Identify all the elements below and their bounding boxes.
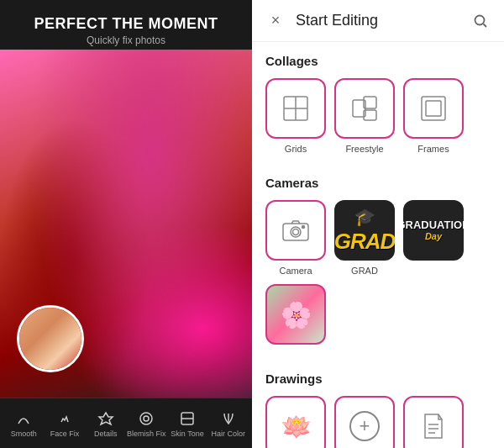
- collages-section: Collages Grids: [252, 42, 504, 164]
- left-panel: PERFECT THE MOMENT Quickly fix photos Sm…: [0, 0, 252, 448]
- tool-details-label: Details: [94, 430, 118, 438]
- freestyle-card[interactable]: Freestyle: [334, 78, 395, 154]
- freestyle-box: [334, 78, 395, 139]
- collages-row: Grids Freestyle: [265, 78, 491, 154]
- svg-point-19: [302, 226, 305, 229]
- grids-label: Grids: [285, 144, 307, 154]
- freestyle-label: Freestyle: [345, 144, 383, 154]
- flowers-card[interactable]: 🌸: [265, 284, 326, 350]
- svg-point-18: [293, 229, 299, 235]
- svg-rect-15: [426, 101, 441, 116]
- svg-rect-14: [422, 97, 445, 120]
- grids-card[interactable]: Grids: [265, 78, 326, 154]
- tool-blemish-label: Blemish Fix: [127, 430, 166, 438]
- photo-area: [0, 50, 252, 398]
- tool-details[interactable]: Details: [85, 409, 126, 438]
- haircolor-icon: [219, 409, 238, 428]
- search-button[interactable]: [470, 11, 491, 31]
- skintone-icon: [178, 409, 197, 428]
- flower-icon: 🌸: [281, 300, 312, 329]
- grids-box: [265, 78, 326, 139]
- grad-box: 🎓 GRAD: [334, 200, 395, 261]
- tool-smooth-label: Smooth: [11, 430, 37, 438]
- tool-skintone-label: Skin Tone: [171, 430, 203, 438]
- blemish-icon: [137, 409, 155, 428]
- plus-icon: +: [349, 411, 380, 441]
- tool-haircolor[interactable]: Hair Color: [207, 409, 249, 438]
- tool-blemish[interactable]: Blemish Fix: [126, 409, 167, 438]
- tool-facefix[interactable]: Face Fix: [45, 409, 86, 438]
- leaf-icon: 🪷: [281, 412, 312, 441]
- tool-haircolor-label: Hair Color: [211, 430, 245, 438]
- graduation-day-text: GRADUATION Day: [403, 219, 464, 243]
- graduation-day-box: GRADUATION Day: [403, 200, 464, 261]
- cameras-section: Cameras Camera: [252, 164, 504, 360]
- cameras-title: Cameras: [265, 176, 491, 190]
- left-header: PERFECT THE MOMENT Quickly fix photos: [0, 0, 252, 50]
- grad-card[interactable]: 🎓 GRAD GRAD: [334, 200, 395, 276]
- svg-point-2: [144, 416, 149, 421]
- grad-text: GRAD: [334, 229, 395, 255]
- svg-point-1: [140, 413, 152, 424]
- tool-skintone[interactable]: Skin Tone: [167, 409, 208, 438]
- camera-box: [265, 200, 326, 261]
- close-button[interactable]: ×: [265, 11, 286, 31]
- frames-box: [403, 78, 464, 139]
- app-title: PERFECT THE MOMENT: [13, 15, 239, 33]
- camera-card[interactable]: Camera: [265, 200, 326, 276]
- flowers-box: 🌸: [265, 284, 326, 345]
- graduation-day-card[interactable]: GRADUATION Day: [403, 200, 464, 276]
- details-icon: [97, 409, 115, 428]
- right-header: × Start Editing: [252, 0, 504, 42]
- drawings-row: 🪷 Install Color + Create New: [265, 396, 491, 448]
- install-color-card[interactable]: 🪷 Install Color: [265, 396, 326, 448]
- frames-card[interactable]: Frames: [403, 78, 464, 154]
- collages-title: Collages: [265, 54, 491, 68]
- grad-inner: 🎓 GRAD: [334, 207, 395, 255]
- svg-point-6: [475, 15, 485, 24]
- install-color-box: 🪷: [265, 396, 326, 448]
- drawings-title: Drawings: [265, 372, 491, 386]
- cameras-row: Camera 🎓 GRAD GRAD GRADUATION Day: [265, 200, 491, 350]
- pick-canvas-card[interactable]: Pick Canvas: [403, 396, 464, 448]
- camera-label: Camera: [279, 266, 312, 276]
- create-new-card[interactable]: + Create New: [334, 396, 395, 448]
- svg-line-7: [484, 24, 487, 27]
- svg-marker-0: [99, 413, 113, 424]
- header-title: Start Editing: [296, 12, 460, 29]
- circle-thumbnail: [17, 305, 84, 372]
- tool-facefix-label: Face Fix: [50, 430, 80, 438]
- circle-photo-inner: [19, 308, 81, 370]
- bottom-toolbar: Smooth Face Fix Details: [0, 398, 252, 448]
- pick-canvas-box: [403, 396, 464, 448]
- right-panel: × Start Editing Collages Grids: [252, 0, 504, 448]
- smooth-icon: [14, 409, 33, 428]
- frames-label: Frames: [417, 144, 449, 154]
- facefix-icon: [55, 409, 74, 428]
- create-new-box: +: [334, 396, 395, 448]
- app-subtitle: Quickly fix photos: [13, 34, 239, 46]
- grad-label: GRAD: [351, 266, 378, 276]
- drawings-section: Drawings 🪷 Install Color + Create New: [252, 360, 504, 448]
- tool-smooth[interactable]: Smooth: [3, 409, 45, 438]
- grad-hat-icon: 🎓: [354, 207, 375, 227]
